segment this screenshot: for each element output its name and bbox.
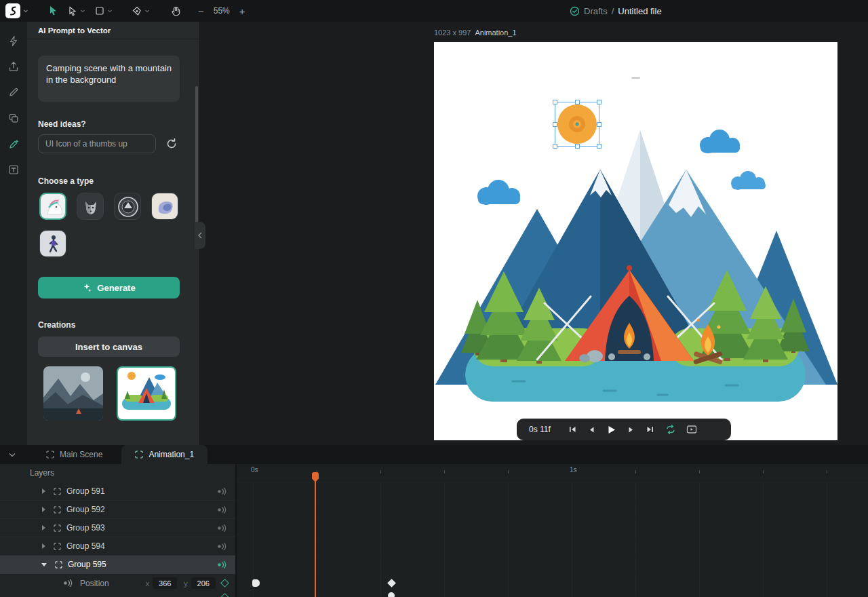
select-cursor-icon [48, 5, 58, 16]
panel-collapse-handle[interactable] [195, 222, 205, 249]
style-unicorn-thumb[interactable] [39, 193, 66, 220]
flash-tool-button[interactable] [3, 30, 24, 52]
need-ideas-label: Need ideas? [38, 119, 86, 129]
animate-toggle-icon[interactable] [216, 524, 227, 532]
timeline-ruler[interactable] [237, 470, 868, 474]
style-wolf-thumb[interactable] [77, 193, 104, 220]
selection-handle-s[interactable] [575, 144, 580, 149]
camping-illustration [434, 42, 837, 440]
layer-row-group-594[interactable]: Group 594 [0, 537, 235, 556]
canvas-area[interactable]: 1023 x 997Animation_1 [200, 22, 868, 445]
add-keyframe-button[interactable] [220, 579, 229, 588]
loop-icon [665, 425, 676, 434]
prompt-input[interactable]: Camping scene with a mountain in the bac… [38, 56, 180, 102]
frame-forward-button[interactable] [627, 425, 635, 434]
breadcrumb-location[interactable]: Drafts [584, 6, 608, 16]
logo-menu-chevron-icon[interactable] [23, 8, 28, 14]
selection-handle-se[interactable] [597, 144, 601, 149]
zoom-in-button[interactable]: + [234, 5, 251, 17]
zoom-out-button[interactable]: − [193, 5, 210, 17]
layer-row-group-592[interactable]: Group 592 [0, 501, 235, 519]
style-watercolor-thumb[interactable] [151, 193, 178, 220]
expand-caret-icon[interactable] [42, 525, 45, 531]
group-icon [54, 506, 61, 514]
export-tool-button[interactable] [3, 56, 24, 77]
animate-toggle-icon-active[interactable] [216, 561, 227, 569]
selection-handle-nw[interactable] [553, 100, 557, 104]
style-walking-person-thumb[interactable] [39, 230, 66, 257]
tab-animation-1[interactable]: Animation_1 [121, 445, 208, 464]
idea-suggestion-chip[interactable]: UI Icon of a thumbs up [38, 134, 156, 153]
collapse-timeline-button[interactable] [0, 445, 24, 464]
keyframe-start[interactable] [252, 579, 260, 587]
skip-start-icon [568, 425, 577, 434]
creation-thumb-1[interactable] [43, 366, 103, 421]
creation-thumb-2-selected[interactable] [117, 366, 176, 421]
animate-toggle-icon[interactable] [216, 488, 227, 495]
layer-row-group-595-selected[interactable]: Group 595 [0, 556, 235, 574]
app-logo[interactable] [5, 3, 20, 18]
selection-handle-w[interactable] [553, 122, 557, 127]
expand-caret-icon[interactable] [42, 507, 45, 512]
x-axis-label: x [146, 579, 150, 588]
frame-tool-button[interactable] [90, 0, 117, 22]
creation-2-art [118, 368, 175, 419]
selection-handle-ne[interactable] [597, 100, 601, 104]
selection-box[interactable] [555, 102, 599, 147]
skip-end-icon [646, 425, 655, 434]
pencil-icon [8, 87, 19, 98]
layer-row-group-591[interactable]: Group 591 [0, 482, 235, 501]
artboard[interactable] [434, 42, 837, 440]
tab-main-scene[interactable]: Main Scene [33, 445, 116, 464]
layer-row-group-593[interactable]: Group 593 [0, 519, 235, 537]
breadcrumb-filename[interactable]: Untitled file [618, 6, 661, 16]
node-tool-button[interactable] [63, 0, 90, 22]
pencil-tool-button[interactable] [3, 81, 24, 103]
shape-tool-button[interactable] [127, 0, 155, 22]
scene-frame-icon [46, 450, 54, 459]
style-badge-thumb[interactable] [114, 193, 141, 220]
preview-window-button[interactable] [686, 425, 697, 434]
collapse-caret-icon[interactable] [41, 563, 47, 566]
text-frame-tool-button[interactable] [3, 159, 24, 180]
timeline-tracks[interactable]: 0s 1s [235, 464, 868, 597]
artboard-name[interactable]: Animation_1 [475, 28, 516, 37]
skip-start-button[interactable] [568, 425, 577, 434]
selection-handle-sw[interactable] [553, 144, 557, 149]
add-keyframe-button-next[interactable] [220, 593, 229, 597]
selection-handle-e[interactable] [597, 122, 601, 127]
zoom-level[interactable]: 55% [214, 6, 230, 16]
generate-button[interactable]: Generate [38, 277, 180, 298]
panel-scrollbar[interactable] [195, 86, 198, 234]
playhead-line[interactable] [315, 474, 316, 597]
animate-toggle-icon[interactable] [216, 506, 227, 514]
skip-end-button[interactable] [646, 425, 655, 434]
frame-back-icon [587, 425, 596, 434]
expand-caret-icon[interactable] [42, 543, 45, 549]
wolf-thumb-art [77, 193, 104, 220]
hand-tool-button[interactable] [165, 0, 186, 22]
animate-toggle-icon[interactable] [216, 543, 227, 550]
keyframe-circle-partial[interactable] [388, 592, 395, 597]
position-property-row[interactable]: Position x 366 y 206 [0, 574, 235, 592]
scene-tabbar: Main Scene Animation_1 [0, 445, 868, 464]
frame-back-button[interactable] [587, 425, 596, 434]
selection-handle-n[interactable] [575, 100, 580, 104]
refresh-idea-button[interactable] [165, 137, 179, 151]
loop-button[interactable] [665, 425, 676, 434]
select-tool-button[interactable] [43, 0, 63, 22]
x-value-field[interactable]: 366 [153, 577, 177, 589]
group-icon [55, 561, 62, 569]
frame-tool-chevron-icon [107, 8, 113, 14]
play-button[interactable] [606, 425, 616, 435]
artboard-label[interactable]: 1023 x 997Animation_1 [434, 28, 517, 37]
y-value-field[interactable]: 206 [191, 577, 216, 589]
choose-type-label: Choose a type [38, 176, 94, 186]
expand-caret-icon[interactable] [42, 488, 45, 494]
ai-vector-tool-button[interactable] [3, 133, 24, 155]
cloud-right-low [731, 171, 766, 190]
group-icon [54, 488, 61, 495]
artboard-size: 1023 x 997 [434, 28, 471, 37]
insert-to-canvas-button[interactable]: Insert to canvas [38, 336, 180, 357]
duplicate-tool-button[interactable] [3, 107, 24, 129]
